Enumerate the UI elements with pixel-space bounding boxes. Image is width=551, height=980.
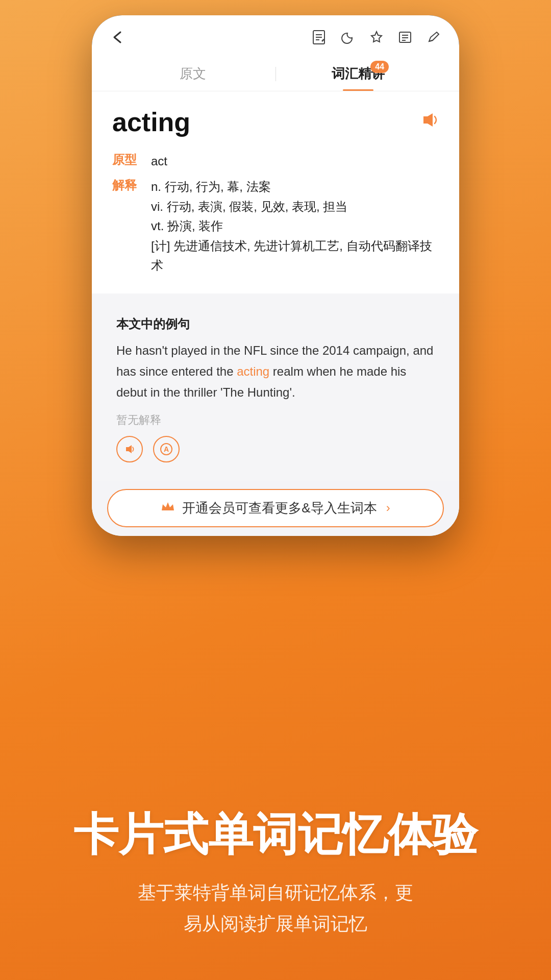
explanation-row: 解释 n. 行动, 行为, 幕, 法案 vi. 行动, 表演, 假装, 见效, …: [112, 177, 439, 275]
root-label: 原型: [112, 152, 143, 168]
word-title: acting: [112, 107, 190, 137]
top-icons: [311, 30, 441, 48]
list-icon[interactable]: [398, 30, 412, 48]
moon-icon[interactable]: [341, 30, 355, 48]
notes-icon[interactable]: [311, 30, 327, 48]
top-bar: [92, 15, 459, 57]
vip-arrow: ›: [386, 501, 390, 515]
edit-icon[interactable]: [427, 30, 441, 48]
explanation-label: 解释: [112, 177, 143, 193]
no-explanation: 暂无解释: [116, 412, 435, 428]
tab-original[interactable]: 原文: [110, 57, 276, 91]
explanation-values: n. 行动, 行为, 幕, 法案 vi. 行动, 表演, 假装, 见效, 表现,…: [151, 177, 439, 275]
svg-text:A: A: [164, 445, 169, 453]
vip-banner-wrapper: 开通会员可查看更多&导入生词本 ›: [92, 481, 459, 535]
example-card: 本文中的例句 He hasn't played in the NFL since…: [102, 302, 449, 472]
root-value: act: [151, 152, 167, 171]
bottom-section: 卡片式单词记忆体验 基于莱特背单词自研记忆体系，更易从阅读扩展单词记忆: [0, 807, 551, 939]
word-header: acting: [112, 107, 439, 137]
explanation-1: n. 行动, 行为, 幕, 法案: [151, 177, 439, 197]
svg-marker-4: [371, 32, 382, 42]
main-content: acting 原型 act 解释: [92, 91, 459, 536]
explanation-3: vt. 扮演, 装作: [151, 216, 439, 236]
tab-bar: 原文 词汇精讲 44: [92, 57, 459, 91]
main-title: 卡片式单词记忆体验: [31, 807, 520, 862]
tab-vocabulary[interactable]: 词汇精讲 44: [276, 57, 441, 91]
translate-button[interactable]: A: [153, 436, 180, 462]
vocabulary-badge: 44: [370, 61, 389, 73]
vip-banner[interactable]: 开通会员可查看更多&导入生词本 ›: [107, 489, 444, 527]
sub-title: 基于莱特背单词自研记忆体系，更易从阅读扩展单词记忆: [31, 877, 520, 939]
phone-inner: 原文 词汇精讲 44 acting: [92, 15, 459, 536]
explanation-2: vi. 行动, 表演, 假装, 见效, 表现, 担当: [151, 197, 439, 216]
root-row: 原型 act: [112, 152, 439, 171]
svg-marker-11: [126, 445, 132, 453]
example-card-title: 本文中的例句: [116, 316, 435, 332]
back-button[interactable]: [110, 30, 127, 48]
word-sound-button[interactable]: [419, 111, 439, 133]
vip-text: 开通会员可查看更多&导入生词本: [182, 499, 377, 517]
word-section: acting 原型 act 解释: [92, 91, 459, 293]
example-text: He hasn't played in the NFL since the 20…: [116, 340, 435, 403]
crown-icon: [161, 500, 175, 516]
phone-mockup: 原文 词汇精讲 44 acting: [92, 15, 459, 536]
svg-marker-10: [423, 113, 433, 127]
explanation-4: [计] 先进通信技术, 先进计算机工艺, 自动代码翻译技术: [151, 236, 439, 276]
bottom-area: 开通会员可查看更多&导入生词本 ›: [92, 481, 459, 536]
phone-frame: 原文 词汇精讲 44 acting: [92, 15, 459, 536]
example-actions: A: [116, 436, 435, 462]
star-icon[interactable]: [369, 30, 384, 48]
example-sound-button[interactable]: [116, 436, 143, 462]
example-highlight: acting: [237, 364, 269, 378]
